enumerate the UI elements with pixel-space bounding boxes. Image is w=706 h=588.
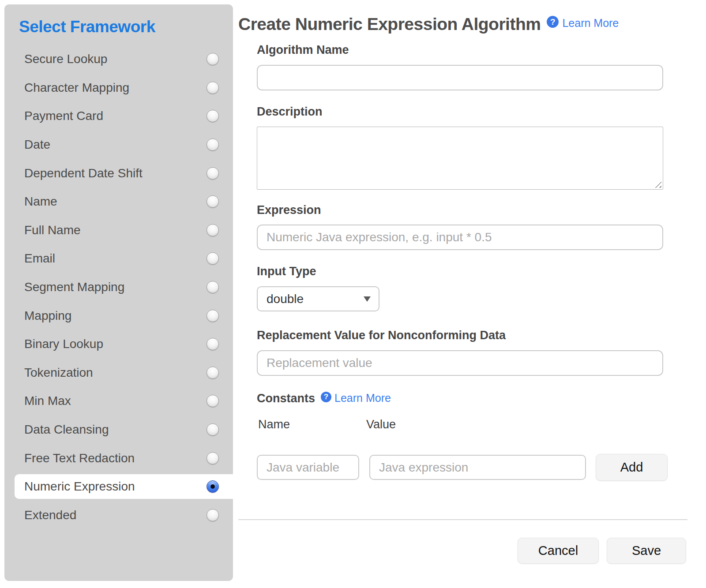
- sidebar-item-label: Name: [24, 195, 57, 209]
- radio-full-name-icon[interactable]: [207, 224, 219, 236]
- radio-segment-mapping-icon[interactable]: [207, 281, 219, 293]
- sidebar-item-label: Character Mapping: [24, 81, 129, 95]
- sidebar-item-email[interactable]: Email: [4, 244, 233, 273]
- radio-free-text-redaction-icon[interactable]: [207, 452, 219, 464]
- constant-value-input[interactable]: [369, 455, 586, 480]
- constants-help-icon[interactable]: ?: [321, 392, 331, 402]
- sidebar-item-label: Dependent Date Shift: [24, 166, 143, 180]
- framework-list: Secure Lookup Character Mapping Payment …: [4, 45, 233, 529]
- sidebar-item-label: Data Cleansing: [24, 423, 109, 437]
- input-type-select[interactable]: double: [257, 286, 379, 311]
- cancel-button[interactable]: Cancel: [518, 538, 599, 564]
- replacement-value-label: Replacement Value for Nonconforming Data: [257, 329, 506, 342]
- sidebar-title: Select Framework: [19, 18, 155, 36]
- radio-min-max-icon[interactable]: [207, 395, 219, 407]
- sidebar-item-dependent-date-shift[interactable]: Dependent Date Shift: [4, 159, 233, 187]
- expression-label: Expression: [257, 203, 321, 217]
- sidebar-item-label: Segment Mapping: [24, 280, 124, 294]
- radio-date-icon[interactable]: [207, 139, 219, 151]
- sidebar-item-label: Email: [24, 251, 55, 266]
- sidebar-item-mapping[interactable]: Mapping: [4, 301, 233, 330]
- replacement-value-input[interactable]: [257, 350, 663, 376]
- constant-name-input[interactable]: [257, 455, 359, 480]
- radio-name-icon[interactable]: [207, 195, 219, 208]
- sidebar-item-label: Free Text Redaction: [24, 451, 135, 465]
- sidebar-item-binary-lookup[interactable]: Binary Lookup: [4, 330, 233, 359]
- constants-name-header: Name: [258, 418, 290, 431]
- sidebar-item-segment-mapping[interactable]: Segment Mapping: [4, 273, 233, 302]
- page-title: Create Numeric Expression Algorithm: [238, 13, 541, 35]
- description-label: Description: [257, 105, 323, 119]
- learn-more-link[interactable]: Learn More: [562, 17, 619, 30]
- radio-binary-lookup-icon[interactable]: [207, 338, 219, 350]
- main-header: Create Numeric Expression Algorithm ? Le…: [238, 13, 619, 35]
- sidebar-item-payment-card[interactable]: Payment Card: [4, 102, 233, 131]
- sidebar-item-free-text-redaction[interactable]: Free Text Redaction: [4, 444, 233, 472]
- radio-tokenization-icon[interactable]: [207, 367, 219, 379]
- sidebar-item-full-name[interactable]: Full Name: [4, 216, 233, 245]
- radio-email-icon[interactable]: [207, 252, 219, 265]
- sidebar-item-label: Min Max: [24, 394, 71, 408]
- sidebar-item-extended[interactable]: Extended: [4, 501, 233, 530]
- sidebar-item-label: Numeric Expression: [24, 479, 135, 494]
- input-type-selected-value: double: [267, 292, 304, 306]
- radio-numeric-expression-selected-icon[interactable]: [207, 480, 219, 493]
- description-field-wrap: [257, 127, 663, 190]
- chevron-down-icon: [364, 296, 371, 302]
- sidebar-item-label: Full Name: [24, 223, 81, 237]
- expression-input[interactable]: [257, 225, 663, 250]
- constants-value-header: Value: [366, 418, 396, 431]
- constants-learn-more-link[interactable]: Learn More: [334, 392, 391, 404]
- sidebar-item-name[interactable]: Name: [4, 187, 233, 216]
- sidebar-item-label: Payment Card: [24, 109, 103, 123]
- sidebar-item-tokenization[interactable]: Tokenization: [4, 359, 233, 387]
- sidebar-item-data-cleansing[interactable]: Data Cleansing: [4, 416, 233, 444]
- radio-character-mapping-icon[interactable]: [207, 82, 219, 94]
- radio-secure-lookup-icon[interactable]: [207, 53, 219, 65]
- sidebar-item-label: Extended: [24, 508, 76, 522]
- sidebar-item-label: Secure Lookup: [24, 52, 107, 66]
- sidebar-item-label: Mapping: [24, 309, 71, 323]
- save-button[interactable]: Save: [607, 538, 686, 564]
- sidebar-item-min-max[interactable]: Min Max: [4, 387, 233, 416]
- input-type-label: Input Type: [257, 265, 316, 278]
- algorithm-name-input[interactable]: [257, 65, 663, 90]
- footer-divider: [238, 519, 687, 520]
- sidebar-item-date[interactable]: Date: [4, 131, 233, 159]
- algorithm-name-label: Algorithm Name: [257, 43, 349, 57]
- sidebar-item-label: Date: [24, 138, 50, 152]
- radio-data-cleansing-icon[interactable]: [207, 423, 219, 436]
- sidebar-item-label: Binary Lookup: [24, 337, 103, 351]
- sidebar-item-label: Tokenization: [24, 366, 93, 380]
- framework-sidebar: Select Framework Secure Lookup Character…: [4, 4, 233, 581]
- radio-payment-card-icon[interactable]: [207, 110, 219, 122]
- help-icon[interactable]: ?: [547, 16, 559, 28]
- radio-dependent-date-shift-icon[interactable]: [207, 167, 219, 180]
- sidebar-item-character-mapping[interactable]: Character Mapping: [4, 74, 233, 102]
- sidebar-item-secure-lookup[interactable]: Secure Lookup: [4, 45, 233, 74]
- radio-extended-icon[interactable]: [207, 509, 219, 521]
- add-constant-button[interactable]: Add: [596, 454, 668, 481]
- description-textarea[interactable]: [257, 127, 663, 190]
- radio-mapping-icon[interactable]: [207, 310, 219, 322]
- constants-header: Constants ? Learn More: [257, 392, 391, 405]
- sidebar-item-numeric-expression[interactable]: Numeric Expression: [15, 474, 233, 499]
- constants-label: Constants: [257, 392, 315, 405]
